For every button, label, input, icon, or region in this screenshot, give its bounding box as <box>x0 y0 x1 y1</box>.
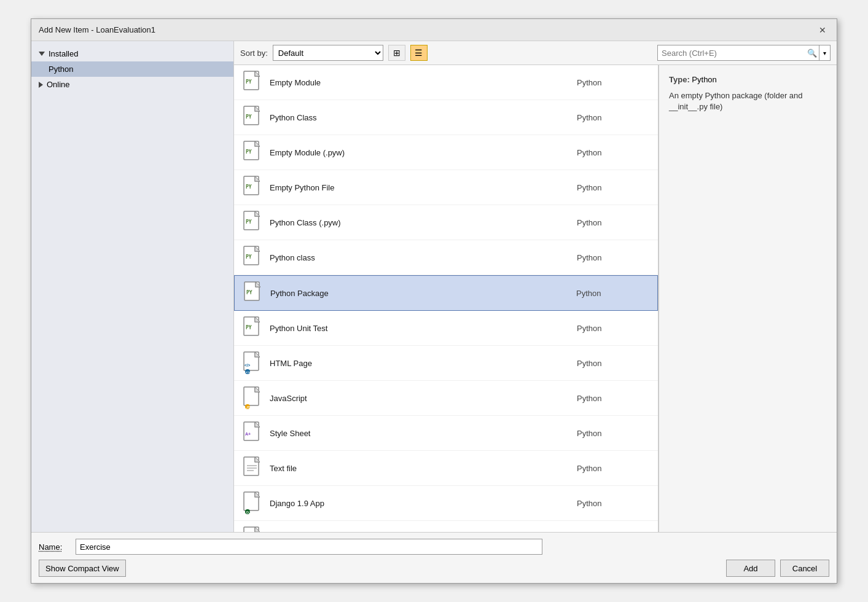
svg-text:PY: PY <box>246 254 252 260</box>
file-icon <box>241 526 264 532</box>
file-icon: PY <box>241 175 264 200</box>
file-icon: </> <> <box>241 351 264 375</box>
file-info: Empty Python File <box>270 183 571 192</box>
search-dropdown-button[interactable]: ▾ <box>819 45 831 61</box>
file-item[interactable]: PY Python Class (.pyw) Python <box>234 205 658 240</box>
python-label: Python <box>49 64 73 74</box>
file-icon: PY <box>241 316 264 340</box>
sort-select[interactable]: Default Name Type <box>273 45 383 61</box>
file-type: Python <box>577 499 651 508</box>
file-icon: JS <box>241 386 264 410</box>
button-row: Show Compact View Add Cancel <box>39 560 829 577</box>
title-bar: Add New Item - LoanEvaluation1 ✕ <box>31 19 837 41</box>
installed-item[interactable]: Installed <box>31 46 233 61</box>
file-type: Python <box>577 464 651 473</box>
list-view-button[interactable]: ☰ <box>410 45 428 61</box>
file-name: JavaScript <box>270 394 307 403</box>
python-item[interactable]: Python <box>31 61 233 77</box>
cancel-button[interactable]: Cancel <box>780 560 829 577</box>
dialog: Add New Item - LoanEvaluation1 ✕ Install… <box>31 18 837 584</box>
file-info: Python Unit Test <box>270 324 571 333</box>
file-item[interactable]: A+ Style Sheet Python <box>234 416 658 451</box>
file-item[interactable]: PY Empty Module Python <box>234 65 658 100</box>
file-type: Python <box>576 289 650 298</box>
toolbar: Sort by: Default Name Type ⊞ ☰ 🔍 ▾ <box>234 41 837 65</box>
name-label: Name: <box>39 542 69 552</box>
expand-icon <box>39 52 45 56</box>
file-item[interactable]: JS JavaScript Python <box>234 381 658 416</box>
detail-description: An empty Python package (folder and __in… <box>669 90 827 112</box>
file-name: Empty Python File <box>270 183 335 192</box>
file-info: Python class <box>270 253 571 262</box>
name-input[interactable] <box>76 539 542 555</box>
dialog-title: Add New Item - LoanEvaluation1 <box>39 25 155 34</box>
svg-text:PY: PY <box>246 79 252 85</box>
action-buttons: Add Cancel <box>726 560 829 577</box>
bottom-bar: Name: Show Compact View Add Cancel <box>31 532 837 583</box>
file-icon: PY <box>242 281 264 305</box>
file-info: Python Package <box>270 289 570 298</box>
file-name: Python class <box>270 253 315 262</box>
file-item[interactable]: PY Empty Python File Python <box>234 170 658 205</box>
file-info: Empty Module (.pyw) <box>270 148 571 157</box>
collapse-icon <box>39 82 43 88</box>
close-button[interactable]: ✕ <box>816 23 829 37</box>
file-icon: DJ <box>241 491 264 515</box>
svg-text:PY: PY <box>246 219 252 225</box>
file-icon <box>241 456 264 480</box>
type-value-text: Python <box>692 75 716 84</box>
search-button[interactable]: 🔍 <box>805 45 819 61</box>
search-input[interactable] <box>657 45 805 61</box>
file-type: Python <box>577 218 651 227</box>
name-row: Name: <box>39 539 829 555</box>
file-info: Python Class <box>270 113 571 122</box>
file-name: HTML Page <box>270 359 312 368</box>
file-item[interactable]: PY Empty Module (.pyw) Python <box>234 135 658 170</box>
file-item[interactable]: PY Python Unit Test Python <box>234 311 658 346</box>
online-label: Online <box>47 80 70 89</box>
file-type: Python <box>577 183 651 192</box>
detail-panel: Type: Python An empty Python package (fo… <box>659 65 837 532</box>
online-item[interactable]: Online <box>31 77 233 92</box>
file-type: Python <box>577 359 651 368</box>
svg-text:PY: PY <box>246 149 252 155</box>
detail-type-row: Type: Python <box>669 75 827 84</box>
file-info: Style Sheet <box>270 429 571 438</box>
file-icon: A+ <box>241 421 264 445</box>
svg-text:A+: A+ <box>245 432 251 436</box>
svg-text:JS: JS <box>246 405 251 409</box>
search-box: 🔍 ▾ <box>657 45 831 61</box>
file-item[interactable]: </> <> HTML Page Python <box>234 346 658 381</box>
sort-label: Sort by: <box>240 49 268 58</box>
file-item[interactable]: DJ Django 1.9 App Python <box>234 486 658 521</box>
svg-text:PY: PY <box>246 290 252 295</box>
file-name: Python Class <box>270 113 317 122</box>
content-area: Installed Python Online Sort by: Default… <box>31 41 837 532</box>
file-type: Python <box>577 113 651 122</box>
file-item[interactable]: Mypy configuration file Python <box>234 521 658 532</box>
file-info: HTML Page <box>270 359 571 368</box>
file-name: Text file <box>270 464 297 473</box>
file-item[interactable]: PY Python Package Python <box>234 275 658 311</box>
file-type: Python <box>577 429 651 438</box>
show-compact-view-button[interactable]: Show Compact View <box>39 560 126 577</box>
svg-text:PY: PY <box>246 325 252 330</box>
file-type: Python <box>577 148 651 157</box>
file-name: Django 1.9 App <box>270 499 324 508</box>
file-list: PY Empty Module Python PY Python Class P… <box>234 65 659 532</box>
file-item[interactable]: PY Python class Python <box>234 240 658 275</box>
file-name: Empty Module (.pyw) <box>270 148 345 157</box>
file-icon: PY <box>241 245 264 270</box>
file-info: Python Class (.pyw) <box>270 218 571 227</box>
file-info: Django 1.9 App <box>270 499 571 508</box>
add-button[interactable]: Add <box>726 560 775 577</box>
left-panel: Installed Python Online <box>31 41 234 532</box>
file-name: Python Unit Test <box>270 324 327 333</box>
grid-view-button[interactable]: ⊞ <box>388 45 405 61</box>
file-item[interactable]: Text file Python <box>234 451 658 486</box>
file-item[interactable]: PY Python Class Python <box>234 100 658 135</box>
file-icon: PY <box>241 210 264 235</box>
file-name: Python Class (.pyw) <box>270 218 341 227</box>
file-type: Python <box>577 253 651 262</box>
svg-text:PY: PY <box>246 184 252 190</box>
